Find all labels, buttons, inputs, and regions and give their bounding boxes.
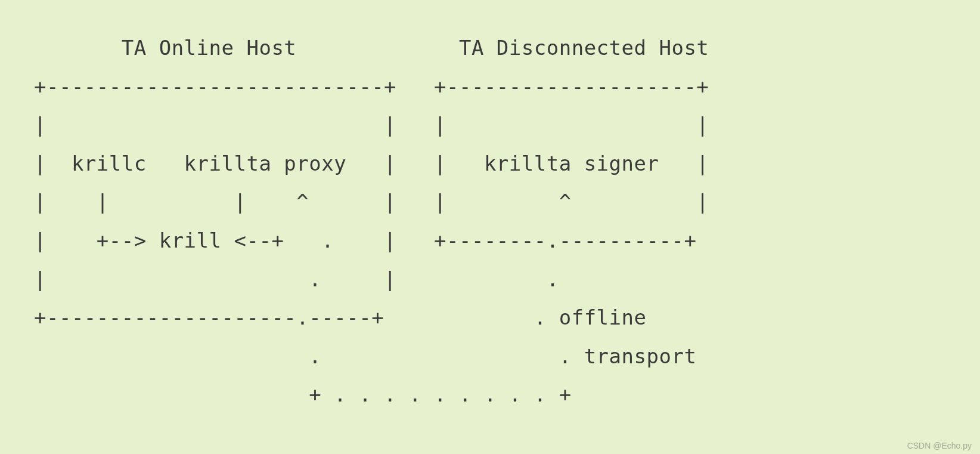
diagram-line-5: | +--> krill <--+ . | +--------.--------…	[21, 228, 696, 252]
diagram-line-6: | . | .	[21, 267, 559, 291]
diagram-line-4: | | | ^ | | ^ |	[21, 190, 709, 214]
diagram-line-2: | | | |	[21, 113, 709, 137]
diagram-line-8: . . transport	[21, 344, 696, 368]
diagram-line-9: + . . . . . . . . . +	[21, 382, 572, 406]
diagram-line-7: +--------------------.-----+ . offline	[21, 305, 647, 329]
diagram-line-3: | krillc krillta proxy | | krillta signe…	[21, 152, 709, 175]
watermark: CSDN @Echo.py	[907, 441, 972, 450]
diagram-line-1: +---------------------------+ +---------…	[21, 75, 709, 98]
diagram-line-0: TA Online Host TA Disconnected Host	[21, 36, 709, 60]
ta-architecture-diagram: TA Online Host TA Disconnected Host +---…	[0, 0, 980, 443]
